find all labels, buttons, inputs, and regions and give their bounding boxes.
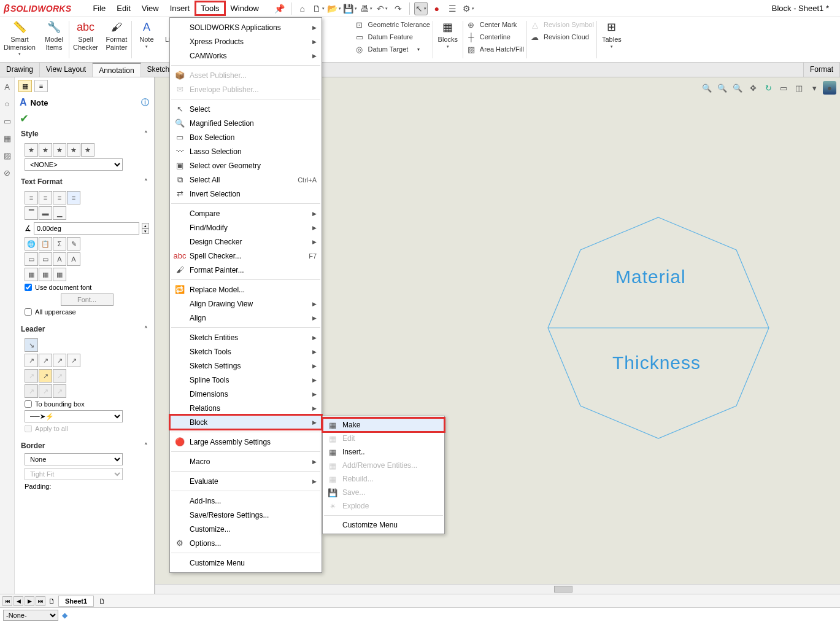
align-center-icon[interactable]: ≡: [39, 191, 52, 204]
textformat-header[interactable]: Text Format˄: [15, 174, 154, 188]
zoom-prev-icon[interactable]: 🔍: [731, 81, 744, 95]
style-select[interactable]: <NONE>: [25, 158, 123, 171]
refresh-view-icon[interactable]: ↻: [761, 81, 775, 95]
display-dd-icon[interactable]: ▾: [807, 81, 821, 95]
menu-box-selection[interactable]: ▭Box Selection: [170, 130, 322, 144]
style-add-icon[interactable]: ★: [39, 143, 52, 157]
menu-xpress[interactable]: Xpress Products▶: [170, 34, 322, 49]
menu-customize-menu[interactable]: Customize Menu: [170, 556, 322, 570]
smart-dimension-button[interactable]: 📏SmartDimension: [0, 17, 39, 62]
save-icon[interactable]: 💾: [344, 2, 357, 15]
style-del-icon[interactable]: ★: [53, 143, 66, 157]
menu-customize[interactable]: Customize...: [170, 522, 322, 536]
leader-style-icon[interactable]: ↘: [25, 338, 38, 352]
menu-lasso-selection[interactable]: 〰Lasso Selection: [170, 144, 322, 158]
geometric-tolerance-button[interactable]: ⊡Geometric Tolerance: [354, 19, 430, 30]
col-icon[interactable]: ▭: [25, 252, 38, 266]
model-items-button[interactable]: 🔧ModelItems: [39, 17, 69, 62]
view-cube-icon[interactable]: ◫: [792, 81, 806, 95]
menu-format-painter[interactable]: 🖌Format Painter...: [170, 263, 322, 277]
annotation-material[interactable]: Material: [615, 266, 686, 287]
horizontal-scrollbar[interactable]: [155, 584, 840, 594]
sheet-first-icon[interactable]: ⏮: [2, 596, 12, 606]
render-mode-icon[interactable]: ●: [823, 81, 836, 95]
datum-feature-button[interactable]: ▭Datum Feature: [354, 31, 430, 42]
menu-replace-model[interactable]: 🔁Replace Model...: [170, 282, 322, 297]
menu-spline-tools[interactable]: Spline Tools▶: [170, 373, 322, 387]
add-sheet-icon[interactable]: 🗋: [99, 597, 106, 605]
align-left-icon[interactable]: ≡: [25, 191, 38, 204]
sheet-next-icon[interactable]: ▶: [25, 596, 34, 606]
prop-icon[interactable]: 📋: [39, 237, 52, 251]
menu-tools[interactable]: Tools: [195, 1, 225, 15]
menu-block[interactable]: Block▶: [170, 415, 322, 429]
tbl-icon[interactable]: ▭: [39, 252, 52, 266]
menu-edit[interactable]: Edit: [111, 1, 136, 15]
menu-align-drawing-view[interactable]: Align Drawing View▶: [170, 297, 322, 311]
flyout-note-icon[interactable]: A: [2, 81, 13, 92]
options-icon[interactable]: ☰: [446, 2, 460, 15]
all-uppercase-check[interactable]: [25, 308, 32, 316]
sym-icon[interactable]: ✎: [67, 237, 80, 251]
aA2-icon[interactable]: A: [67, 252, 80, 266]
menu-align[interactable]: Align▶: [170, 311, 322, 325]
format-painter-button[interactable]: 🖌FormatPainter: [102, 17, 131, 62]
datum-target-button[interactable]: ◎Datum Target▾: [354, 44, 430, 55]
eq-icon[interactable]: Σ: [53, 237, 66, 251]
layer-icon[interactable]: ◆: [62, 611, 67, 620]
tab-view-layout[interactable]: View Layout: [40, 63, 93, 77]
misc1-icon[interactable]: ▦: [25, 268, 38, 281]
flyout-hatch-icon[interactable]: ▨: [2, 150, 13, 161]
angle-input[interactable]: [34, 222, 139, 235]
pan-icon[interactable]: ✥: [746, 81, 760, 95]
leader-header[interactable]: Leader˄: [15, 322, 154, 335]
to-bounding-box-check[interactable]: [25, 400, 32, 408]
settings-gear-icon[interactable]: ⚙: [462, 2, 476, 15]
arrow-style-select[interactable]: ──➤⚡: [25, 410, 123, 422]
sheet-tab[interactable]: Sheet1: [58, 596, 94, 607]
angle-down[interactable]: ▾: [142, 228, 149, 234]
menu-relations[interactable]: Relations▶: [170, 401, 322, 415]
menu-magnified-selection[interactable]: 🔍Magnified Selection: [170, 116, 322, 130]
align-justify-icon[interactable]: ≡: [67, 191, 80, 204]
open-icon[interactable]: 📂: [328, 2, 341, 15]
ldr1-icon[interactable]: ↗: [25, 354, 38, 367]
menu-window[interactable]: Window: [225, 1, 264, 15]
menu-camworks[interactable]: CAMWorks▶: [170, 49, 322, 63]
ldr3-icon[interactable]: ↗: [53, 354, 66, 367]
menu-invert-selection[interactable]: ⇄Invert Selection: [170, 187, 322, 201]
area-hatch-button[interactable]: ▨Area Hatch/Fill: [466, 44, 524, 55]
centerline-button[interactable]: ┼Centerline: [466, 31, 524, 42]
submenu-customize-menu[interactable]: Customize Menu: [323, 518, 444, 532]
menu-find-modify[interactable]: Find/Modify▶: [170, 220, 322, 235]
valign-mid-icon[interactable]: ▬: [39, 206, 52, 220]
menu-addins[interactable]: Add-Ins...: [170, 494, 322, 508]
home-icon[interactable]: ⌂: [296, 2, 309, 15]
menu-file[interactable]: File: [87, 1, 111, 15]
style-fav-icon[interactable]: ★: [25, 143, 38, 157]
style-load-icon[interactable]: ★: [67, 143, 80, 157]
layer-select[interactable]: -None-: [3, 610, 58, 621]
menu-sketch-settings[interactable]: Sketch Settings▶: [170, 359, 322, 373]
menu-options[interactable]: ⚙Options...: [170, 536, 322, 550]
sheet-last-icon[interactable]: ⏭: [36, 596, 45, 606]
angle-up[interactable]: ▴: [142, 223, 149, 228]
tab-format[interactable]: Format: [803, 63, 840, 77]
style-save-icon[interactable]: ★: [81, 143, 94, 157]
menu-spell-checker[interactable]: abcSpell Checker...F7: [170, 249, 322, 263]
submenu-insert[interactable]: ▦Insert..: [323, 445, 444, 459]
ok-check-icon[interactable]: ✔: [15, 111, 154, 126]
tables-button[interactable]: ⊞Tables: [597, 17, 626, 62]
display-style-icon[interactable]: ▭: [777, 81, 790, 95]
rebuild-icon[interactable]: ●: [430, 2, 444, 15]
misc3-icon[interactable]: ▦: [53, 268, 66, 281]
menu-select-all[interactable]: ⧉Select AllCtrl+A: [170, 173, 322, 187]
center-mark-button[interactable]: ⊕Center Mark: [466, 19, 524, 30]
ldr6-icon[interactable]: ↗: [39, 369, 52, 383]
panel-tab-feature[interactable]: ▦: [18, 80, 32, 92]
zoom-fit-icon[interactable]: 🔍: [700, 81, 714, 95]
aA-icon[interactable]: A: [53, 252, 66, 266]
menu-view[interactable]: View: [136, 1, 164, 15]
tab-annotation[interactable]: Annotation: [93, 63, 141, 77]
menu-save-restore[interactable]: Save/Restore Settings...: [170, 508, 322, 522]
